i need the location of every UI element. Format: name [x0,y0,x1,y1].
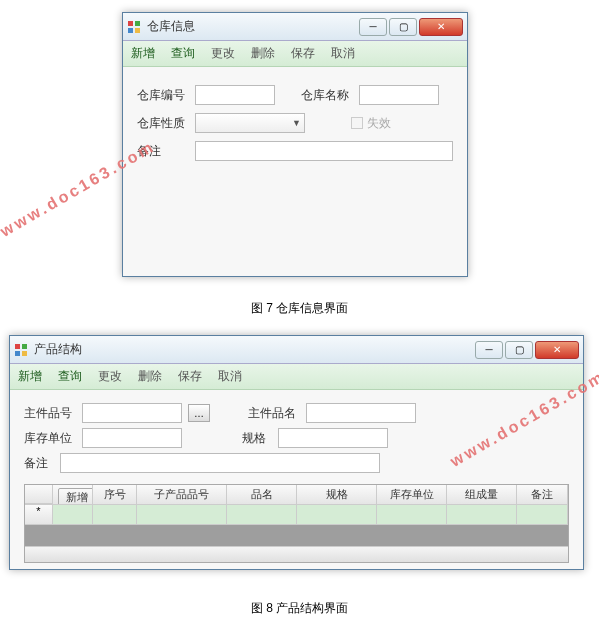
col-name[interactable]: 品名 [227,485,297,504]
svg-rect-7 [22,351,27,356]
grid-add-button[interactable]: 新增 [58,488,93,504]
cell[interactable] [517,505,568,525]
input-spec[interactable] [278,428,388,448]
figure-caption-2: 图 8 产品结构界面 [0,600,599,617]
col-spec[interactable]: 规格 [297,485,377,504]
col-unit[interactable]: 库存单位 [377,485,447,504]
checkbox-invalid[interactable]: 失效 [351,115,391,132]
label-warehouse-type: 仓库性质 [137,115,189,132]
menu-delete[interactable]: 删除 [251,45,275,62]
app-icon [14,343,28,357]
maximize-button[interactable]: ▢ [389,18,417,36]
cell[interactable] [137,505,227,525]
menu-cancel[interactable]: 取消 [331,45,355,62]
row-selector[interactable]: * [25,505,53,525]
col-seq[interactable]: 序号 [93,485,137,504]
cell[interactable] [297,505,377,525]
col-remark[interactable]: 备注 [517,485,568,504]
col-qty[interactable]: 组成量 [447,485,517,504]
input-warehouse-name[interactable] [359,85,439,105]
svg-rect-6 [15,351,20,356]
menu-edit[interactable]: 更改 [211,45,235,62]
cell[interactable] [377,505,447,525]
maximize-button[interactable]: ▢ [505,341,533,359]
grid-corner [25,485,53,504]
label-warehouse-name: 仓库名称 [301,87,353,104]
app-icon [127,20,141,34]
menu-save[interactable]: 保存 [291,45,315,62]
menu-save[interactable]: 保存 [178,368,202,385]
close-button[interactable]: ✕ [419,18,463,36]
label-spec: 规格 [242,430,272,447]
menu-query[interactable]: 查询 [58,368,82,385]
menu-add[interactable]: 新增 [18,368,42,385]
cell[interactable] [93,505,137,525]
window-title: 仓库信息 [147,18,357,35]
input-main-code[interactable] [82,403,182,423]
minimize-button[interactable]: ─ [475,341,503,359]
window-controls: ─ ▢ ✕ [357,18,463,36]
window-product-structure: 产品结构 ─ ▢ ✕ 新增 查询 更改 删除 保存 取消 主件品号 … 主件品名… [9,335,584,570]
label-main-code: 主件品号 [24,405,76,422]
label-warehouse-code: 仓库编号 [137,87,189,104]
menu-query[interactable]: 查询 [171,45,195,62]
client-area: 仓库编号 仓库名称 仓库性质 ▼ 失效 备注 [123,67,467,276]
grid-header: 新增 序号 子产品品号 品名 规格 库存单位 组成量 备注 [25,485,568,505]
label-remark: 备注 [24,455,54,472]
window-controls: ─ ▢ ✕ [473,341,579,359]
input-stock-unit[interactable] [82,428,182,448]
svg-rect-0 [128,21,133,26]
cell[interactable] [227,505,297,525]
input-remark[interactable] [195,141,453,161]
close-button[interactable]: ✕ [535,341,579,359]
toolbar: 新增 查询 更改 删除 保存 取消 [123,41,467,67]
input-remark[interactable] [60,453,380,473]
client-area: 主件品号 … 主件品名 库存单位 规格 备注 [10,390,583,569]
table-row[interactable]: * [25,505,568,525]
input-warehouse-code[interactable] [195,85,275,105]
combo-warehouse-type[interactable]: ▼ [195,113,305,133]
cell[interactable] [53,505,93,525]
label-main-name: 主件品名 [248,405,300,422]
toolbar: 新增 查询 更改 删除 保存 取消 [10,364,583,390]
menu-cancel[interactable]: 取消 [218,368,242,385]
label-invalid: 失效 [367,115,391,132]
label-remark: 备注 [137,143,189,160]
window-warehouse-info: 仓库信息 ─ ▢ ✕ 新增 查询 更改 删除 保存 取消 仓库编号 仓库名称 仓… [122,12,468,277]
svg-rect-4 [15,344,20,349]
svg-rect-1 [135,21,140,26]
titlebar: 仓库信息 ─ ▢ ✕ [123,13,467,41]
menu-delete[interactable]: 删除 [138,368,162,385]
grid-scrollbar[interactable] [25,546,568,562]
svg-rect-5 [22,344,27,349]
input-main-name[interactable] [306,403,416,423]
window-title: 产品结构 [34,341,473,358]
lookup-button[interactable]: … [188,404,210,422]
figure-caption-1: 图 7 仓库信息界面 [0,300,599,317]
titlebar: 产品结构 ─ ▢ ✕ [10,336,583,364]
checkbox-box-icon [351,117,363,129]
svg-rect-3 [135,28,140,33]
svg-rect-2 [128,28,133,33]
label-stock-unit: 库存单位 [24,430,76,447]
col-sub-code[interactable]: 子产品品号 [137,485,227,504]
grid: 新增 序号 子产品品号 品名 规格 库存单位 组成量 备注 * [24,484,569,563]
menu-edit[interactable]: 更改 [98,368,122,385]
chevron-down-icon: ▼ [292,118,301,128]
cell[interactable] [447,505,517,525]
minimize-button[interactable]: ─ [359,18,387,36]
menu-add[interactable]: 新增 [131,45,155,62]
